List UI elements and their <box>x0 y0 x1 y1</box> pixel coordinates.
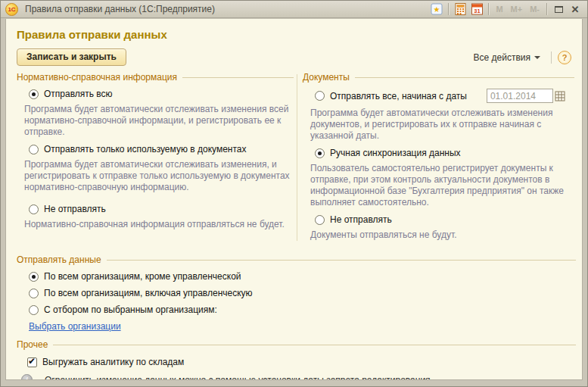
radio-icon <box>29 204 39 214</box>
group-caption-label: Документы <box>303 72 350 83</box>
all-actions-label: Все действия <box>474 52 530 63</box>
date-picker-button[interactable] <box>553 89 568 103</box>
radio-label: С отбором по выбранным организациям: <box>44 304 217 315</box>
radio-icon <box>29 289 39 298</box>
radio-send-used-nsi[interactable]: Отправлять только используемую в докумен… <box>29 144 294 154</box>
radio-send-all-nsi[interactable]: Отправлять всю <box>29 89 294 99</box>
command-bar: Записать и закрыть Все действия ? <box>17 48 571 66</box>
radio-icon <box>29 145 39 154</box>
radio-send-docs-from-date[interactable]: Отправлять все, начиная с даты <box>315 91 467 101</box>
radio-label: По всем организациям, кроме управленческ… <box>44 271 241 282</box>
radio-dont-send-docs[interactable]: Не отправлять <box>315 214 574 225</box>
group-caption: Нормативно-справочная информация <box>17 72 294 83</box>
command-bar-separator <box>551 51 552 64</box>
titlebar-separator <box>488 3 489 15</box>
radio-label: Ручная синхронизация данных <box>330 148 461 158</box>
radio-label: Отправлять все, начиная с даты <box>330 91 467 101</box>
select-organizations-link[interactable]: Выбрать организации <box>29 321 121 332</box>
info-icon: i <box>21 374 33 380</box>
radio-manual-sync[interactable]: Ручная синхронизация данных <box>315 148 574 158</box>
group-caption: Отправлять данные <box>17 254 576 265</box>
all-actions-button[interactable]: Все действия <box>469 51 545 64</box>
checkbox-icon <box>27 357 37 367</box>
maximize-icon <box>555 6 563 13</box>
maximize-button[interactable] <box>551 2 566 17</box>
radio-label: Не отправлять <box>44 204 106 214</box>
group-other: Прочее Выгружать аналитику по складам i … <box>17 339 576 380</box>
option-description: Документы отправляться не будут. <box>310 229 571 241</box>
radio-selected-orgs[interactable]: С отбором по выбранным организациям: <box>29 304 576 315</box>
memory-plus-button[interactable]: M+ <box>507 5 527 14</box>
window-title: Правила отправки данных (1С:Предприятие) <box>25 4 428 14</box>
memory-minus-button[interactable]: M- <box>526 5 543 14</box>
radio-all-orgs-including-management[interactable]: По всем организациям, включая управленче… <box>29 288 576 298</box>
titlebar-separator <box>546 3 547 15</box>
group-caption: Документы <box>303 72 574 83</box>
form-content: Правила отправки данных Записать и закры… <box>5 19 583 380</box>
option-description: Программа будет автоматически отслеживат… <box>24 104 291 138</box>
calendar-icon[interactable]: 31 <box>469 2 484 17</box>
radio-label: Отправлять только используемую в докумен… <box>44 144 247 154</box>
group-caption-label: Отправлять данные <box>17 254 101 265</box>
chevron-down-icon <box>534 56 540 59</box>
radio-label: По всем организациям, включая управленче… <box>44 288 253 298</box>
titlebar-separator <box>448 3 449 15</box>
command-bar-right: Все действия ? <box>469 51 571 64</box>
group-caption-label: Прочее <box>17 339 48 350</box>
titlebar-buttons: ★ 31 <box>428 2 583 17</box>
radio-icon <box>29 272 39 282</box>
group-caption-line <box>182 77 294 78</box>
radio-icon <box>315 215 325 225</box>
radio-label: Не отправлять <box>330 214 392 225</box>
radio-icon <box>29 305 39 315</box>
checkbox-label: Выгружать аналитику по складам <box>42 357 184 367</box>
save-and-close-button[interactable]: Записать и закрыть <box>17 48 126 66</box>
memory-recall-button[interactable]: M <box>492 5 506 14</box>
svg-text:★: ★ <box>434 5 440 14</box>
radio-all-orgs-except-management[interactable]: По всем организациям, кроме управленческ… <box>29 271 576 282</box>
info-row: i Ограничить изменение данных можно с по… <box>21 374 576 380</box>
start-date-input[interactable] <box>487 89 553 103</box>
group-caption-line <box>355 77 574 78</box>
checkbox-export-warehouse-analytics[interactable]: Выгружать аналитику по складам <box>27 357 576 367</box>
group-caption: Прочее <box>17 339 576 350</box>
close-icon: ✕ <box>571 5 580 14</box>
group-documents: Документы Отправлять все, начиная с даты <box>303 72 574 247</box>
date-field-group <box>487 89 568 103</box>
radio-icon <box>315 148 325 158</box>
group-caption-line <box>107 260 576 261</box>
titlebar: 1С Правила отправки данных (1С:Предприят… <box>1 1 587 18</box>
info-text: Ограничить изменение данных можно с помо… <box>45 375 433 381</box>
page-title: Правила отправки данных <box>17 28 576 41</box>
help-button[interactable]: ? <box>558 51 571 64</box>
group-reference-info: Нормативно-справочная информация Отправл… <box>17 72 294 247</box>
calculator-icon[interactable] <box>453 2 468 17</box>
1c-logo-icon: 1С <box>5 3 18 16</box>
option-description: Пользователь самостоятельно регистрирует… <box>310 163 571 208</box>
column-divider <box>297 74 297 241</box>
radio-icon <box>29 89 39 99</box>
radio-label: Отправлять всю <box>44 89 113 99</box>
app-window: 1С Правила отправки данных (1С:Предприят… <box>0 0 588 387</box>
radio-dont-send-nsi[interactable]: Не отправлять <box>29 204 294 214</box>
option-description: Программа будет автоматически отслеживат… <box>24 159 291 193</box>
close-button[interactable]: ✕ <box>568 2 583 17</box>
group-send-data: Отправлять данные По всем организациям, … <box>17 254 576 332</box>
group-caption-label: Нормативно-справочная информация <box>17 72 177 83</box>
radio-icon <box>315 91 325 101</box>
option-description: Нормативно-справочная информация отправл… <box>24 219 291 230</box>
option-description: Программа будет автоматически отслеживат… <box>310 108 571 142</box>
favorites-icon[interactable]: ★ <box>429 2 444 17</box>
svg-text:31: 31 <box>474 8 480 14</box>
two-column-groups: Нормативно-справочная информация Отправл… <box>17 72 576 247</box>
group-caption-line <box>53 345 576 345</box>
